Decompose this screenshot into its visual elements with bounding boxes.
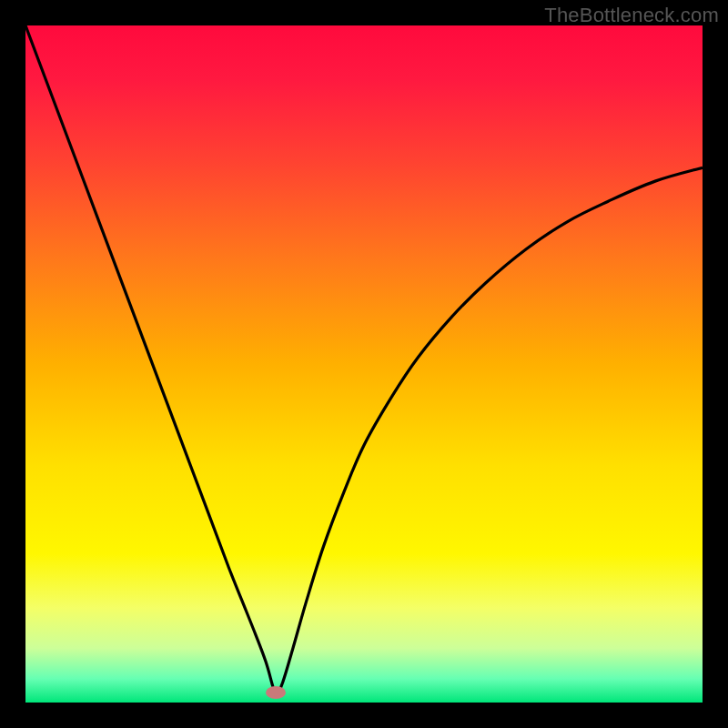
bottleneck-chart <box>25 25 703 703</box>
chart-frame: TheBottleneck.com <box>0 0 728 728</box>
watermark-label: TheBottleneck.com <box>544 4 719 27</box>
gradient-background <box>25 25 703 703</box>
plot-area <box>25 25 703 703</box>
optimal-point-marker <box>266 686 286 699</box>
